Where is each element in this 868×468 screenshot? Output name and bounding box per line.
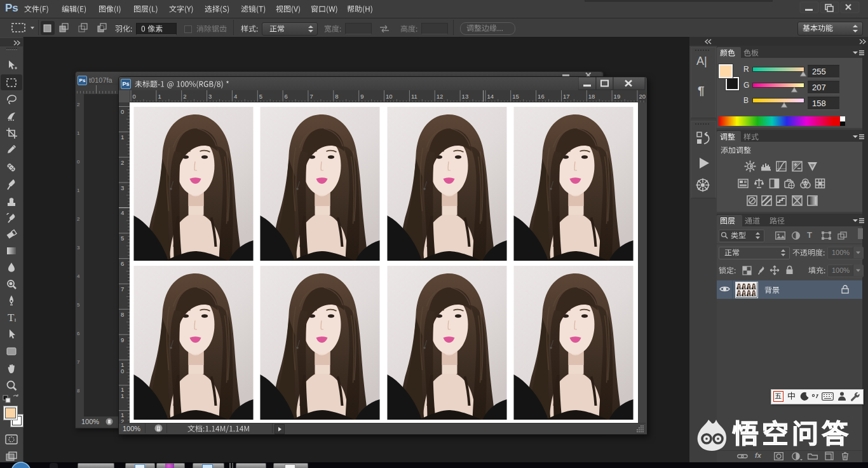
svg-text:3: 3: [208, 93, 212, 100]
svg-text:5: 5: [121, 235, 124, 242]
svg-text:6: 6: [285, 93, 288, 100]
svg-text:1: 1: [121, 392, 124, 399]
svg-text:6: 6: [121, 260, 124, 267]
svg-text:T: T: [8, 312, 15, 324]
svg-text:20: 20: [639, 93, 646, 100]
svg-text:17: 17: [563, 93, 570, 100]
svg-text:2: 2: [183, 93, 186, 100]
svg-text:5: 5: [259, 93, 262, 100]
svg-text:19: 19: [614, 93, 621, 100]
svg-text:0: 0: [121, 108, 124, 115]
svg-text:10: 10: [386, 93, 393, 100]
svg-text:12: 12: [437, 93, 444, 100]
svg-text:4: 4: [234, 93, 237, 100]
svg-text:13: 13: [462, 93, 469, 100]
svg-text:2: 2: [121, 159, 124, 166]
svg-text:2: 2: [121, 418, 124, 423]
svg-text:0: 0: [121, 368, 124, 375]
svg-text:7: 7: [121, 286, 124, 292]
svg-text:16: 16: [538, 93, 545, 100]
svg-text:1: 1: [158, 93, 161, 100]
svg-text:7: 7: [309, 93, 313, 100]
svg-text:3: 3: [121, 184, 124, 191]
svg-text:14: 14: [487, 93, 494, 100]
svg-text:18: 18: [588, 93, 595, 100]
svg-text:15: 15: [512, 93, 519, 100]
svg-text:1: 1: [121, 134, 124, 141]
svg-text:4: 4: [121, 209, 124, 216]
svg-text:9: 9: [360, 93, 363, 100]
svg-text:0: 0: [133, 93, 136, 100]
svg-text:11: 11: [411, 93, 417, 100]
svg-text:8: 8: [335, 93, 338, 100]
svg-text:9: 9: [121, 336, 124, 343]
svg-text:8: 8: [121, 311, 124, 318]
